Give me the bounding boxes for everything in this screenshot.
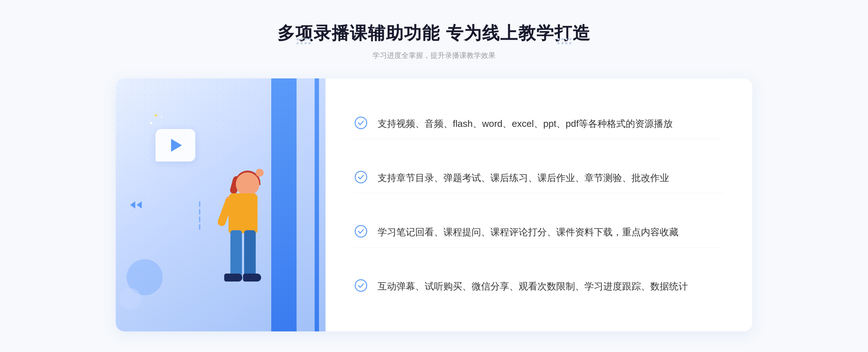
features-area: 支持视频、音频、flash、word、excel、ppt、pdf等各种格式的资源… — [326, 78, 752, 331]
deco-circle-light — [119, 288, 141, 310]
person-hand-up — [256, 169, 264, 177]
play-bubble — [156, 129, 195, 162]
blue-accent-bar — [315, 78, 319, 331]
feature-text-1: 支持视频、音频、flash、word、excel、ppt、pdf等各种格式的资源… — [378, 116, 673, 132]
person-leg-right — [244, 230, 256, 277]
svg-point-3 — [355, 280, 367, 291]
sub-title: 学习进度全掌握，提升录播课教学效果 — [0, 51, 868, 60]
header-dots-left — [297, 38, 311, 44]
arrow-left-icon-2 — [137, 201, 142, 209]
check-icon-3 — [354, 225, 367, 238]
sparkle-icon-3 — [161, 116, 162, 118]
feature-text-3: 学习笔记回看、课程提问、课程评论打分、课件资料下载，重点内容收藏 — [378, 224, 678, 240]
page-wrapper: 多项录播课辅助功能 专为线上教学打造 学习进度全掌握，提升录播课教学效果 — [0, 0, 868, 352]
person-illustration — [192, 151, 286, 331]
person-head — [236, 172, 259, 196]
illustration-area — [116, 78, 326, 331]
play-triangle-icon — [171, 139, 182, 152]
content-card: 支持视频、音频、flash、word、excel、ppt、pdf等各种格式的资源… — [116, 78, 752, 331]
feature-item-4: 互动弹幕、试听购买、微信分享、观看次数限制、学习进度跟踪、数据统计 — [354, 271, 723, 301]
header-section: 多项录播课辅助功能 专为线上教学打造 学习进度全掌握，提升录播课教学效果 — [0, 22, 868, 60]
svg-point-2 — [355, 226, 367, 237]
feature-item-2: 支持章节目录、弹题考试、课后练习、课后作业、章节测验、批改作业 — [354, 163, 723, 193]
main-title: 多项录播课辅助功能 专为线上教学打造 — [0, 22, 868, 45]
feature-text-4: 互动弹幕、试听购买、微信分享、观看次数限制、学习进度跟踪、数据统计 — [378, 278, 688, 294]
header-dots-right — [557, 38, 571, 44]
feature-item-3: 学习笔记回看、课程提问、课程评论打分、课件资料下载，重点内容收藏 — [354, 217, 723, 248]
check-icon-4 — [354, 279, 367, 292]
person-shoe-right — [243, 274, 261, 282]
feature-text-2: 支持章节目录、弹题考试、课后练习、课后作业、章节测验、批改作业 — [378, 170, 669, 186]
feature-item-1: 支持视频、音频、flash、word、excel、ppt、pdf等各种格式的资源… — [354, 108, 723, 139]
svg-point-1 — [355, 171, 367, 183]
arrow-left-icon-1 — [130, 201, 135, 209]
check-icon-1 — [354, 116, 367, 129]
check-icon-2 — [354, 171, 367, 184]
left-nav-arrows — [130, 201, 142, 209]
person-shoe-left — [224, 274, 242, 282]
person-body — [229, 193, 258, 233]
person-leg-left — [230, 230, 242, 277]
svg-point-0 — [355, 117, 367, 129]
sparkle-icon-1 — [150, 122, 152, 124]
sparkle-icon-2 — [155, 115, 157, 116]
